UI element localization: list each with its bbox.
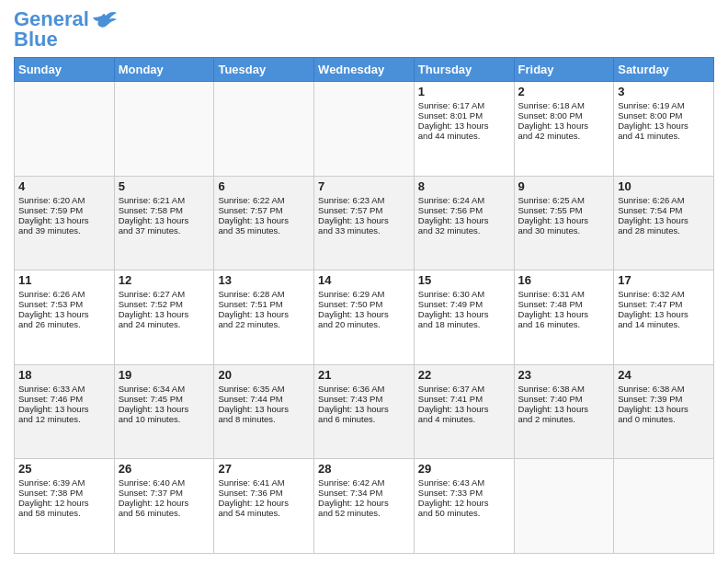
day-info-line: Sunrise: 6:43 AM — [418, 477, 484, 488]
table-row: 23Sunrise: 6:38 AMSunset: 7:40 PMDayligh… — [514, 364, 614, 459]
day-number: 19 — [119, 368, 210, 382]
day-info-line: Daylight: 13 hours — [418, 215, 489, 225]
day-info-line: Sunrise: 6:42 AM — [318, 477, 384, 488]
table-row: 1Sunrise: 6:17 AMSunset: 8:01 PMDaylight… — [414, 82, 514, 177]
day-info-line: and 33 minutes. — [318, 225, 381, 236]
table-row: 16Sunrise: 6:31 AMSunset: 7:48 PMDayligh… — [514, 270, 614, 365]
day-info-line: Sunset: 7:37 PM — [119, 488, 183, 498]
day-info-line: Sunset: 7:57 PM — [318, 205, 382, 215]
day-info-line: Daylight: 12 hours — [119, 498, 189, 508]
day-info-line: Sunrise: 6:40 AM — [119, 477, 185, 488]
table-row: 18Sunrise: 6:33 AMSunset: 7:46 PMDayligh… — [15, 364, 115, 459]
day-info-line: Daylight: 12 hours — [18, 498, 89, 508]
table-row: 20Sunrise: 6:35 AMSunset: 7:44 PMDayligh… — [214, 364, 314, 459]
day-info-line: Sunrise: 6:32 AM — [618, 289, 684, 299]
day-info-line: Sunset: 7:38 PM — [18, 488, 83, 498]
col-thursday: Thursday — [414, 58, 514, 82]
table-row: 24Sunrise: 6:38 AMSunset: 7:39 PMDayligh… — [614, 364, 714, 459]
logo-text: General Blue — [14, 9, 89, 50]
table-row: 15Sunrise: 6:30 AMSunset: 7:49 PMDayligh… — [414, 270, 514, 365]
table-row: 4Sunrise: 6:20 AMSunset: 7:59 PMDaylight… — [15, 176, 115, 270]
day-info-line: Sunset: 7:48 PM — [518, 299, 583, 309]
day-info-line: and 30 minutes. — [518, 225, 581, 236]
day-info-line: Daylight: 13 hours — [418, 121, 489, 131]
day-number: 1 — [418, 85, 510, 98]
day-info-line: Daylight: 12 hours — [218, 498, 289, 508]
logo-blue: Blue — [14, 28, 58, 51]
day-info-line: Sunset: 7:34 PM — [318, 488, 382, 498]
col-friday: Friday — [514, 58, 614, 82]
day-info-line: and 52 minutes. — [318, 508, 381, 518]
day-number: 4 — [18, 179, 110, 193]
day-info-line: Sunset: 7:47 PM — [618, 299, 682, 309]
day-info-line: Sunrise: 6:21 AM — [119, 195, 185, 205]
day-number: 26 — [119, 462, 210, 476]
day-info-line: and 32 minutes. — [418, 225, 481, 236]
col-tuesday: Tuesday — [214, 58, 314, 82]
day-number: 17 — [618, 273, 710, 287]
table-row: 10Sunrise: 6:26 AMSunset: 7:54 PMDayligh… — [614, 176, 714, 270]
day-number: 25 — [18, 462, 110, 476]
day-number: 12 — [119, 273, 210, 287]
day-info-line: Daylight: 13 hours — [518, 215, 589, 225]
day-info-line: Sunrise: 6:37 AM — [418, 384, 484, 394]
day-info-line: Sunrise: 6:41 AM — [218, 477, 284, 488]
table-row: 17Sunrise: 6:32 AMSunset: 7:47 PMDayligh… — [614, 270, 714, 365]
day-number: 16 — [518, 273, 610, 287]
day-info-line: Daylight: 13 hours — [518, 309, 589, 319]
table-row — [214, 82, 314, 177]
table-row: 9Sunrise: 6:25 AMSunset: 7:55 PMDaylight… — [514, 176, 614, 270]
day-info-line: Sunrise: 6:38 AM — [618, 384, 684, 394]
col-monday: Monday — [114, 58, 214, 82]
day-info-line: Sunset: 7:46 PM — [18, 394, 83, 404]
day-info-line: and 26 minutes. — [18, 319, 81, 329]
day-number: 14 — [318, 273, 410, 287]
day-info-line: Sunrise: 6:30 AM — [418, 289, 484, 299]
table-row: 3Sunrise: 6:19 AMSunset: 8:00 PMDaylight… — [614, 82, 714, 177]
day-info-line: and 4 minutes. — [418, 414, 475, 424]
day-info-line: and 6 minutes. — [318, 414, 375, 424]
table-row: 12Sunrise: 6:27 AMSunset: 7:52 PMDayligh… — [114, 270, 214, 365]
day-info-line: Sunrise: 6:35 AM — [218, 384, 284, 394]
calendar-row: 25Sunrise: 6:39 AMSunset: 7:38 PMDayligh… — [15, 459, 714, 554]
table-row: 7Sunrise: 6:23 AMSunset: 7:57 PMDaylight… — [314, 176, 415, 270]
day-number: 24 — [618, 368, 710, 382]
day-info-line: Sunset: 7:36 PM — [218, 488, 282, 498]
day-info-line: Sunrise: 6:25 AM — [518, 195, 585, 205]
calendar-header-row: Sunday Monday Tuesday Wednesday Thursday… — [15, 58, 714, 82]
day-number: 13 — [218, 273, 310, 287]
day-info-line: Sunrise: 6:22 AM — [218, 195, 284, 205]
table-row: 19Sunrise: 6:34 AMSunset: 7:45 PMDayligh… — [114, 364, 214, 459]
day-info-line: and 42 minutes. — [518, 131, 581, 141]
table-row: 29Sunrise: 6:43 AMSunset: 7:33 PMDayligh… — [414, 459, 514, 554]
day-info-line: and 28 minutes. — [618, 225, 680, 236]
day-info-line: Sunset: 8:00 PM — [618, 110, 682, 121]
day-info-line: Daylight: 13 hours — [618, 404, 688, 414]
day-info-line: and 0 minutes. — [618, 414, 675, 424]
day-info-line: and 41 minutes. — [618, 131, 680, 141]
header: General Blue — [14, 9, 714, 50]
day-number: 9 — [518, 179, 610, 193]
day-info-line: and 50 minutes. — [418, 508, 481, 518]
day-info-line: and 44 minutes. — [418, 131, 481, 141]
table-row: 8Sunrise: 6:24 AMSunset: 7:56 PMDaylight… — [414, 176, 514, 270]
day-info-line: Daylight: 13 hours — [218, 309, 289, 319]
day-info-line: Daylight: 13 hours — [18, 404, 89, 414]
day-info-line: Sunset: 7:43 PM — [318, 394, 382, 404]
day-info-line: Sunset: 7:52 PM — [119, 299, 183, 309]
day-number: 5 — [119, 179, 210, 193]
day-info-line: and 10 minutes. — [119, 414, 181, 424]
day-info-line: Sunrise: 6:18 AM — [518, 100, 585, 110]
table-row: 6Sunrise: 6:22 AMSunset: 7:57 PMDaylight… — [214, 176, 314, 270]
day-info-line: Daylight: 13 hours — [218, 404, 289, 414]
day-info-line: Sunset: 7:55 PM — [518, 205, 583, 215]
table-row: 26Sunrise: 6:40 AMSunset: 7:37 PMDayligh… — [114, 459, 214, 554]
day-info-line: Sunrise: 6:20 AM — [18, 195, 85, 205]
day-info-line: Daylight: 13 hours — [119, 309, 189, 319]
day-number: 7 — [318, 179, 410, 193]
day-info-line: Sunrise: 6:27 AM — [119, 289, 185, 299]
day-info-line: Daylight: 13 hours — [119, 215, 189, 225]
day-number: 28 — [318, 462, 410, 476]
day-info-line: and 58 minutes. — [18, 508, 81, 518]
day-info-line: and 16 minutes. — [518, 319, 581, 329]
